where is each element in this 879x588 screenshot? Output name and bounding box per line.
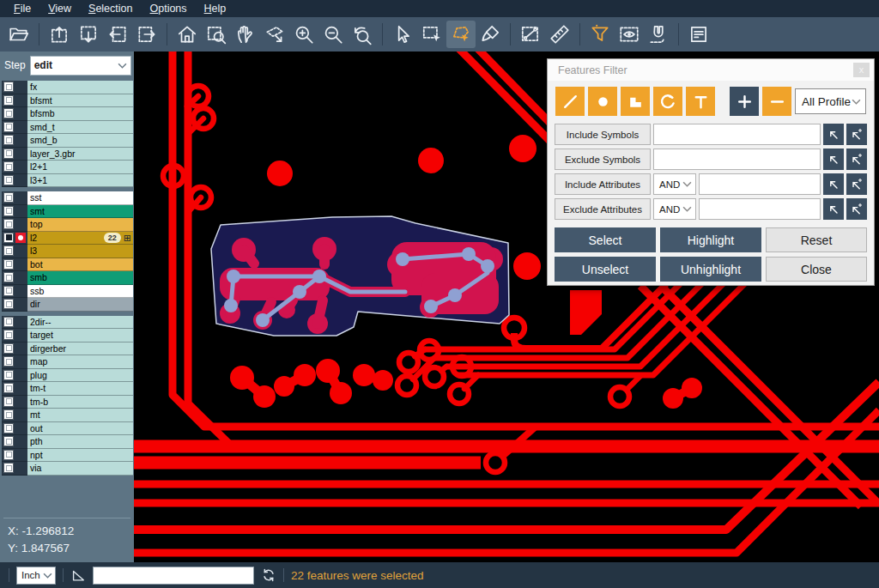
layer-name[interactable]: smd_t — [27, 121, 133, 135]
layer-row-l3[interactable]: l3 — [2, 245, 133, 258]
menu-selection[interactable]: Selection — [80, 2, 141, 16]
layer-row-smb[interactable]: smb — [2, 271, 133, 285]
layer-row-smt[interactable]: smt — [2, 205, 133, 219]
open-button[interactable] — [4, 21, 33, 48]
layer-name[interactable]: l222⊞ — [27, 232, 133, 246]
layer-name[interactable]: bfsmb — [27, 107, 133, 121]
layer-row-ssb[interactable]: ssb — [2, 285, 133, 299]
highlight-button[interactable]: Highlight — [660, 227, 761, 252]
zoom-in-button[interactable] — [289, 21, 318, 48]
layer-visibility-checkbox[interactable] — [3, 149, 14, 159]
layer-row-l2[interactable]: l222⊞ — [2, 232, 133, 246]
layer-name[interactable]: bfsmt — [27, 94, 133, 108]
zoom-window-button[interactable] — [202, 21, 231, 48]
layer-row-map[interactable]: map — [2, 355, 133, 369]
layer-name[interactable]: pth — [27, 435, 133, 449]
menu-file[interactable]: File — [5, 2, 39, 16]
layer-name[interactable]: target — [27, 329, 133, 342]
layer-visibility-checkbox[interactable] — [3, 233, 14, 243]
layer-row-tm-b[interactable]: tm-b — [2, 396, 133, 409]
pick-from-canvas-button[interactable] — [823, 198, 844, 220]
filter-add-button[interactable] — [730, 87, 759, 116]
filter-pad-button[interactable] — [588, 87, 617, 116]
pick-add-from-canvas-button[interactable] — [846, 198, 867, 220]
layer-name[interactable]: sst — [27, 191, 133, 205]
layer-visibility-checkbox[interactable] — [3, 219, 14, 229]
layer-visibility-checkbox[interactable] — [3, 192, 14, 203]
layer-row-smd_t[interactable]: smd_t — [2, 121, 133, 135]
exclude-symbols-button[interactable]: Exclude Symbols — [555, 149, 651, 170]
menu-help[interactable]: Help — [196, 2, 235, 16]
layer-name[interactable]: map — [27, 355, 133, 369]
filter-surface-button[interactable] — [621, 87, 650, 116]
layer-row-2dir--[interactable]: 2dir-- — [2, 316, 133, 330]
layer-row-tm-t[interactable]: tm-t — [2, 382, 133, 396]
scroll-left-button[interactable] — [103, 21, 132, 48]
layer-name[interactable]: via — [27, 462, 133, 476]
layer-name[interactable]: l3+1 — [27, 174, 133, 188]
layer-row-bfsmt[interactable]: bfsmt — [2, 94, 133, 108]
layer-visibility-checkbox[interactable] — [3, 409, 14, 420]
filter-line-button[interactable] — [555, 87, 585, 116]
exclude-symbols-input[interactable] — [653, 149, 821, 170]
layer-name[interactable]: tm-b — [27, 396, 133, 409]
layer-row-l3+1[interactable]: l3+1 — [2, 174, 133, 188]
layer-name[interactable]: fx — [27, 81, 133, 94]
layer-name[interactable]: smd_b — [27, 134, 133, 148]
pan-button[interactable] — [231, 21, 260, 48]
scroll-right-button[interactable] — [132, 21, 161, 48]
pick-from-canvas-button[interactable] — [823, 173, 844, 195]
layer-visibility-checkbox[interactable] — [3, 463, 14, 473]
layer-visibility-checkbox[interactable] — [3, 272, 14, 282]
layer-visibility-checkbox[interactable] — [3, 423, 14, 433]
units-dropdown[interactable]: Inch — [16, 567, 56, 585]
snap-button[interactable] — [644, 21, 673, 48]
unhighlight-button[interactable]: Unhighlight — [660, 257, 761, 282]
layer-row-pth[interactable]: pth — [2, 435, 133, 449]
menu-view[interactable]: View — [39, 2, 80, 16]
layer-visibility-checkbox[interactable] — [3, 299, 14, 309]
filter-arc-button[interactable] — [653, 87, 682, 116]
angle-measure-icon[interactable] — [70, 567, 86, 583]
active-layer-indicator[interactable] — [15, 233, 26, 243]
filter-text-button[interactable] — [686, 87, 715, 116]
layer-visibility-checkbox[interactable] — [3, 356, 14, 367]
rectangle-select-button[interactable] — [417, 21, 446, 48]
pick-add-from-canvas-button[interactable] — [846, 173, 867, 195]
exclude-attributes-button[interactable]: Exclude Attributes — [555, 198, 651, 220]
layer-name[interactable]: dirgerber — [27, 342, 133, 356]
layer-visibility-checkbox[interactable] — [3, 286, 14, 296]
layer-name[interactable]: smb — [27, 271, 133, 285]
layer-visibility-checkbox[interactable] — [3, 450, 14, 460]
pick-add-from-canvas-button[interactable] — [846, 149, 867, 170]
pick-from-canvas-button[interactable] — [823, 124, 844, 145]
layer-name[interactable]: 2dir-- — [27, 316, 133, 330]
layer-row-dir[interactable]: dir — [2, 298, 133, 312]
layer-name[interactable]: layer_3.gbr — [27, 148, 133, 161]
command-input[interactable] — [93, 567, 254, 585]
pick-from-canvas-button[interactable] — [823, 149, 844, 170]
pick-add-from-canvas-button[interactable] — [846, 124, 867, 145]
layer-row-layer_3.gbr[interactable]: layer_3.gbr — [2, 148, 133, 161]
features-filter-button[interactable] — [585, 21, 615, 48]
layer-row-mt[interactable]: mt — [2, 409, 133, 422]
layer-visibility-checkbox[interactable] — [3, 259, 14, 270]
layer-visibility-checkbox[interactable] — [3, 161, 14, 172]
layer-name[interactable]: plug — [27, 369, 133, 383]
layer-name[interactable]: npt — [27, 449, 133, 463]
exclude-attributes-input[interactable] — [699, 198, 821, 220]
layer-visibility-checkbox[interactable] — [3, 82, 14, 92]
ruler-button[interactable] — [545, 21, 574, 48]
profile-filter-dropdown[interactable]: All Profile — [795, 88, 866, 114]
layer-visibility-checkbox[interactable] — [3, 343, 14, 354]
layer-row-smd_b[interactable]: smd_b — [2, 134, 133, 148]
zoom-selection-button[interactable] — [260, 21, 289, 48]
dialog-title-bar[interactable]: Features Filter x — [548, 59, 874, 81]
layer-row-fx[interactable]: fx — [2, 81, 133, 94]
layer-visibility-checkbox[interactable] — [3, 317, 14, 327]
select-tool-button[interactable] — [388, 21, 417, 48]
layer-name[interactable]: top — [27, 218, 133, 232]
layer-name[interactable]: mt — [27, 409, 133, 422]
select-button[interactable]: Select — [555, 227, 656, 252]
include-attributes-button[interactable]: Include Attributes — [555, 173, 651, 195]
